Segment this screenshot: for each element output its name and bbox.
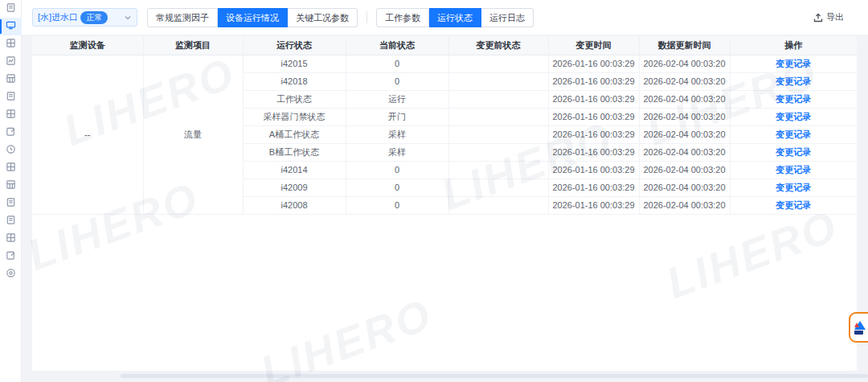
export-button[interactable]: 导出 xyxy=(813,11,844,23)
monitor-icon xyxy=(6,19,16,34)
table-body: --流量i4201502026-01-16 00:03:292026-02-04… xyxy=(32,55,857,214)
sidebar-item-overview[interactable] xyxy=(0,0,22,18)
update-time-cell: 2026-02-04 00:03:20 xyxy=(639,161,730,179)
change-time-cell: 2026-01-16 00:03:29 xyxy=(548,161,639,179)
status-name-cell: i42018 xyxy=(243,72,346,90)
table-header-row: 监测设备监测项目运行状态当前状态变更前状态变更时间数据更新时间操作 xyxy=(32,36,857,55)
sidebar-item-notes[interactable] xyxy=(0,248,22,265)
gridx-icon xyxy=(6,72,16,87)
change-record-link[interactable]: 变更记录 xyxy=(730,55,857,72)
sidebar-item-records[interactable] xyxy=(0,106,22,124)
chart-icon xyxy=(6,55,16,69)
status-badge: 正常 xyxy=(80,11,108,24)
previous-state-cell xyxy=(448,161,548,179)
sidebar-item-compare[interactable] xyxy=(0,71,22,88)
update-time-cell: 2026-02-04 00:03:20 xyxy=(639,196,730,214)
sidebar-item-archive[interactable] xyxy=(0,212,22,230)
status-name-cell: i42014 xyxy=(243,161,346,179)
export-icon xyxy=(813,13,823,23)
tab-设备运行情况[interactable]: 设备运行情况 xyxy=(218,8,288,27)
column-header: 监测项目 xyxy=(143,36,243,55)
gridx-icon xyxy=(6,179,16,193)
sidebar-item-edit-log[interactable] xyxy=(0,124,22,142)
previous-state-cell xyxy=(448,72,548,90)
assistant-widget-button[interactable] xyxy=(849,312,868,343)
column-header: 数据更新时间 xyxy=(639,36,730,55)
update-time-cell: 2026-02-04 00:03:20 xyxy=(639,179,730,196)
change-record-link[interactable]: 变更记录 xyxy=(730,90,857,108)
grid-icon xyxy=(6,161,16,175)
status-name-cell: i42015 xyxy=(243,55,346,72)
tab-工作参数[interactable]: 工作参数 xyxy=(376,8,429,27)
update-time-cell: 2026-02-04 00:03:20 xyxy=(639,72,730,90)
tab-group-1: 常规监测因子设备运行情况关键工况参数 xyxy=(147,8,358,27)
change-record-link[interactable]: 变更记录 xyxy=(730,108,857,125)
sidebar-item-trend[interactable] xyxy=(0,53,22,71)
tab-关键工况参数[interactable]: 关键工况参数 xyxy=(288,8,358,27)
update-time-cell: 2026-02-04 00:03:20 xyxy=(639,143,730,161)
sidebar-item-report[interactable] xyxy=(0,88,22,106)
current-state-cell: 采样 xyxy=(346,143,448,161)
edit-icon xyxy=(6,125,16,140)
content-card: 监测设备监测项目运行状态当前状态变更前状态变更时间数据更新时间操作 --流量i4… xyxy=(32,36,857,371)
sidebar xyxy=(0,0,22,382)
sidebar-item-monitor[interactable] xyxy=(0,18,22,35)
sidebar-item-history[interactable] xyxy=(0,142,22,159)
sidebar-item-data-table[interactable] xyxy=(0,35,22,53)
doc-icon xyxy=(6,214,16,228)
column-header: 当前状态 xyxy=(346,36,448,55)
change-record-link[interactable]: 变更记录 xyxy=(730,72,857,90)
change-time-cell: 2026-01-16 00:03:29 xyxy=(548,143,639,161)
topbar: [水]进水口 正常 常规监测因子设备运行情况关键工况参数工作参数运行状态运行日志… xyxy=(22,0,868,35)
monitor-item-cell: 流量 xyxy=(143,55,243,214)
current-state-cell: 0 xyxy=(346,72,448,90)
update-time-cell: 2026-02-04 00:03:20 xyxy=(639,108,730,125)
change-time-cell: 2026-01-16 00:03:29 xyxy=(548,108,639,125)
current-state-cell: 0 xyxy=(346,179,448,196)
horizontal-scrollbar[interactable] xyxy=(121,374,868,378)
previous-state-cell xyxy=(448,55,548,72)
tab-常规监测因子[interactable]: 常规监测因子 xyxy=(147,8,218,27)
tab-运行状态[interactable]: 运行状态 xyxy=(429,8,481,27)
change-record-link[interactable]: 变更记录 xyxy=(730,161,857,179)
update-time-cell: 2026-02-04 00:03:20 xyxy=(639,90,730,108)
sidebar-item-settings[interactable] xyxy=(0,265,22,283)
status-name-cell: B桶工作状态 xyxy=(243,143,346,161)
column-header: 变更时间 xyxy=(548,36,639,55)
change-time-cell: 2026-01-16 00:03:29 xyxy=(548,125,639,143)
previous-state-cell xyxy=(448,196,548,214)
assistant-logo-base xyxy=(854,331,863,335)
chevron-down-icon xyxy=(124,14,132,22)
grid-icon xyxy=(6,37,16,51)
doc-icon xyxy=(6,90,16,105)
tab-运行日志[interactable]: 运行日志 xyxy=(481,8,534,27)
table-head: 监测设备监测项目运行状态当前状态变更前状态变更时间数据更新时间操作 xyxy=(32,36,857,55)
sidebar-item-files[interactable] xyxy=(0,195,22,212)
doc-icon xyxy=(6,196,16,211)
column-header: 变更前状态 xyxy=(448,36,548,55)
tab-group-divider xyxy=(366,11,367,23)
update-time-cell: 2026-02-04 00:03:20 xyxy=(639,125,730,143)
current-state-cell: 0 xyxy=(346,55,448,72)
current-state-cell: 开门 xyxy=(346,108,448,125)
grid-icon xyxy=(6,108,16,122)
sidebar-item-stats[interactable] xyxy=(0,159,22,177)
current-state-cell: 0 xyxy=(346,196,448,214)
tab-groups: 常规监测因子设备运行情况关键工况参数工作参数运行状态运行日志 xyxy=(147,8,534,27)
tab-group-2: 工作参数运行状态运行日志 xyxy=(376,8,534,27)
column-header: 运行状态 xyxy=(243,36,346,55)
change-time-cell: 2026-01-16 00:03:29 xyxy=(548,196,639,214)
change-time-cell: 2026-01-16 00:03:29 xyxy=(548,55,639,72)
column-header: 操作 xyxy=(730,36,857,55)
change-record-link[interactable]: 变更记录 xyxy=(730,143,857,161)
change-time-cell: 2026-01-16 00:03:29 xyxy=(548,179,639,196)
change-time-cell: 2026-01-16 00:03:29 xyxy=(548,72,639,90)
change-record-link[interactable]: 变更记录 xyxy=(730,179,857,196)
assistant-logo-icon xyxy=(854,321,866,330)
current-state-cell: 0 xyxy=(346,161,448,179)
change-record-link[interactable]: 变更记录 xyxy=(730,196,857,214)
change-record-link[interactable]: 变更记录 xyxy=(730,125,857,143)
station-select[interactable]: [水]进水口 正常 xyxy=(32,8,137,27)
sidebar-item-analysis[interactable] xyxy=(0,177,22,195)
sidebar-item-summary[interactable] xyxy=(0,230,22,248)
